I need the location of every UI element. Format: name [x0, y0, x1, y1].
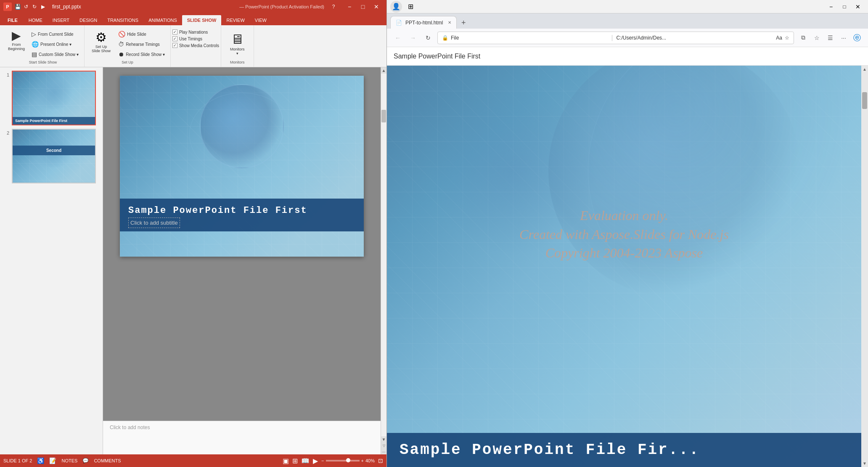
- tab-transitions[interactable]: TRANSITIONS: [102, 15, 143, 25]
- address-bar[interactable]: 🔒 File │ C:/Users/Admin/Des... Aa ☆: [437, 32, 794, 44]
- edge-icon[interactable]: ⓔ: [851, 32, 863, 44]
- zoom-out-button[interactable]: −: [321, 458, 324, 463]
- comment-icon[interactable]: 💬: [82, 458, 89, 464]
- show-media-label: Show Media Controls: [179, 43, 219, 48]
- collections-button[interactable]: ☰: [824, 32, 836, 44]
- monitors-button[interactable]: 🖥 Monitors ▾: [225, 28, 250, 59]
- tab-close-button[interactable]: ✕: [448, 20, 451, 25]
- hide-slide-icon: 🚫: [118, 31, 125, 37]
- page-title-bar: Sample PowerPoint File First: [387, 47, 868, 66]
- help-icon[interactable]: ?: [330, 3, 337, 10]
- browser-grid-icon[interactable]: ⊞: [405, 1, 416, 13]
- close-button[interactable]: ✕: [370, 0, 383, 13]
- save-icon[interactable]: 💾: [14, 3, 21, 10]
- show-media-check: [172, 43, 177, 48]
- refresh-button[interactable]: ↻: [422, 32, 434, 44]
- play-narrations-checkbox[interactable]: Play Narrations: [172, 29, 219, 34]
- slide-canvas[interactable]: Sample PowerPoint File First Click to ad…: [120, 76, 364, 257]
- zoom-in-button[interactable]: +: [361, 458, 364, 463]
- scroll-up-arrow[interactable]: ▲: [381, 67, 386, 74]
- favorites-button[interactable]: ☆: [811, 32, 823, 44]
- scroll-thumb[interactable]: [381, 110, 386, 122]
- ribbon-group-monitors: 🖥 Monitors ▾ Monitors: [221, 25, 254, 67]
- notes-status-icon[interactable]: 📝: [49, 457, 56, 464]
- scroll-down-arrow[interactable]: ▼: [381, 436, 386, 443]
- browser-scroll-down[interactable]: ▼: [861, 460, 868, 467]
- browser-scroll-thumb[interactable]: [862, 92, 867, 109]
- preview-title-section: Sample PowerPoint File Fir...: [387, 433, 861, 467]
- record-slideshow-button[interactable]: ⏺ Record Slide Show ▾: [116, 50, 167, 59]
- redo-icon[interactable]: ↻: [31, 3, 38, 10]
- scroll-track[interactable]: [381, 74, 386, 436]
- undo-icon[interactable]: ↺: [23, 3, 29, 10]
- view-reading-icon[interactable]: 📖: [301, 457, 310, 465]
- forward-button[interactable]: →: [407, 32, 419, 44]
- split-screen-button[interactable]: ⧉: [797, 32, 809, 44]
- new-tab-button[interactable]: +: [458, 17, 469, 29]
- scroll-next-slide[interactable]: ▽: [383, 443, 385, 448]
- address-star-icon[interactable]: ☆: [785, 35, 789, 41]
- accessibility-icon[interactable]: ♿: [37, 457, 44, 464]
- browser-minimize[interactable]: −: [824, 0, 838, 13]
- presentation-icon[interactable]: ▶: [40, 3, 46, 10]
- slide-image-2[interactable]: Second: [12, 129, 96, 183]
- address-path: C:/Users/Admin/Des...: [616, 35, 773, 41]
- view-slideshow-icon[interactable]: ▶: [313, 457, 318, 465]
- back-button[interactable]: ←: [392, 32, 404, 44]
- slide-thumb-2[interactable]: 2 Second: [3, 129, 99, 183]
- ribbon-checkboxes: Play Narrations Use Timings Show Media C…: [171, 25, 221, 67]
- slide-edit-scroll[interactable]: Sample PowerPoint File First Click to ad…: [103, 67, 381, 421]
- tab-insert[interactable]: INSERT: [48, 15, 74, 25]
- slide-image-1[interactable]: Sample PowerPoint File First: [12, 71, 96, 125]
- tab-view[interactable]: VIEW: [250, 15, 272, 25]
- comments-status-label[interactable]: COMMENTS: [94, 458, 121, 463]
- fit-window-icon[interactable]: ⊡: [378, 457, 383, 464]
- browser-scroll-track[interactable]: [861, 73, 868, 460]
- tab-home[interactable]: HOME: [24, 15, 48, 25]
- tab-file[interactable]: FILE: [2, 15, 24, 25]
- ribbon-group-start: ▶ FromBeginning ▷ From Current Slide 🌐 P…: [2, 25, 85, 67]
- present-online-button[interactable]: 🌐 Present Online ▾: [29, 40, 81, 49]
- tab-animations[interactable]: ANIMATIONS: [143, 15, 182, 25]
- watermark-line2: Created with Aspose.Slides for Node.js: [395, 225, 853, 244]
- zoom-slider[interactable]: [326, 460, 360, 462]
- tab-label: PPT-to-html.html: [405, 20, 443, 26]
- view-normal-icon[interactable]: ▣: [283, 457, 289, 465]
- setup-slideshow-button[interactable]: ⚙ Set UpSlide Show: [88, 28, 114, 55]
- browser-profile-icon[interactable]: 👤: [390, 1, 402, 13]
- browser-maximize[interactable]: □: [838, 0, 851, 13]
- slide-thumb-1[interactable]: 1 Sample PowerPoint File First: [3, 71, 99, 125]
- maximize-button[interactable]: □: [356, 0, 370, 13]
- ppt-app-name: — PowerPoint (Product Activation Failed): [239, 4, 324, 9]
- from-beginning-button[interactable]: ▶ FromBeginning: [5, 28, 28, 53]
- custom-slide-button[interactable]: ▤ Custom Slide Show ▾: [29, 50, 81, 59]
- hide-slide-button[interactable]: 🚫 Hide Slide: [116, 29, 167, 39]
- notes-status-label[interactable]: NOTES: [61, 458, 77, 463]
- use-timings-checkbox[interactable]: Use Timings: [172, 36, 219, 41]
- rehearse-timings-button[interactable]: ⏱ Rehearse Timings: [116, 40, 167, 49]
- watermark-line1: Evaluation only.: [395, 206, 853, 225]
- read-mode-icon[interactable]: Aa: [776, 35, 782, 41]
- minimize-button[interactable]: −: [343, 0, 356, 13]
- help-icon-area: ?: [330, 3, 337, 10]
- more-button[interactable]: ···: [838, 32, 849, 44]
- canvas-subtitle[interactable]: Click to add subtitle: [128, 218, 180, 228]
- scroll-fit[interactable]: —: [382, 448, 386, 454]
- slide-panel: 1 Sample PowerPoint File First 2 Se: [0, 67, 103, 454]
- slide-bg-2: Second: [13, 130, 95, 183]
- show-media-checkbox[interactable]: Show Media Controls: [172, 43, 219, 48]
- tab-design[interactable]: DESIGN: [74, 15, 102, 25]
- browser-scrollbar[interactable]: ▲ ▼: [861, 66, 868, 467]
- tab-review[interactable]: REVIEW: [221, 15, 249, 25]
- tab-slideshow[interactable]: SLIDE SHOW: [182, 15, 222, 25]
- monitors-label: Monitors: [230, 47, 245, 51]
- notes-area[interactable]: Click to add notes: [103, 421, 381, 454]
- browser-scroll-up[interactable]: ▲: [861, 66, 868, 73]
- browser-tab-ppt[interactable]: 📄 PPT-to-html.html ✕: [390, 16, 457, 29]
- vertical-scrollbar[interactable]: ▲ ▼ ▽ —: [381, 67, 386, 454]
- browser-close[interactable]: ✕: [851, 0, 865, 13]
- view-slide-sorter-icon[interactable]: ⊞: [292, 457, 298, 465]
- from-current-button[interactable]: ▷ From Current Slide: [29, 29, 81, 39]
- preview-main-title: Sample PowerPoint File Fir...: [400, 441, 849, 459]
- from-beginning-icon: ▶: [12, 30, 21, 42]
